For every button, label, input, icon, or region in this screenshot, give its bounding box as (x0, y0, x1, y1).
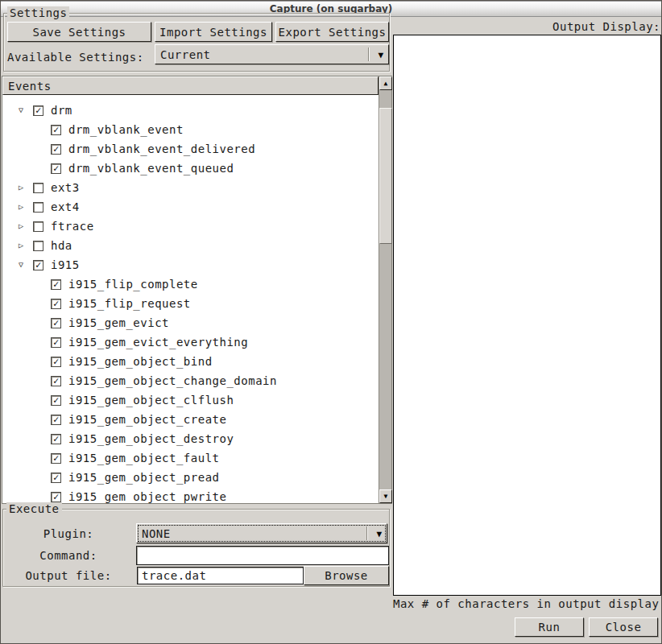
output-file-input[interactable]: trace.dat (137, 567, 304, 584)
event-label: drm (51, 104, 72, 117)
import-settings-button[interactable]: Import Settings (155, 22, 272, 42)
event-tree-row[interactable]: ▷ ext3 (2, 178, 379, 197)
scroll-up-button[interactable]: ▲ (379, 76, 392, 90)
event-checkbox[interactable]: ✓ (51, 434, 61, 444)
event-tree-row[interactable]: ✓ i915_flip_request (2, 294, 379, 313)
event-label: i915_gem_object_fault (68, 452, 220, 464)
event-tree-row[interactable]: ✓ i915_flip_complete (2, 275, 379, 294)
scroll-up-icon: ▲ (384, 80, 388, 87)
event-checkbox[interactable]: ✓ (51, 163, 61, 174)
plugin-dropdown[interactable]: NONE ▼ (136, 523, 387, 543)
event-tree-row[interactable]: ✓ i915_gem_object_pwrite (2, 487, 379, 503)
event-tree-row[interactable]: ✓ i915_gem_object_pread (2, 468, 379, 487)
event-tree-row[interactable]: ✓ i915_gem_object_create (2, 410, 379, 429)
collapse-icon[interactable]: ▽ (15, 106, 27, 114)
event-label: drm_vblank_event_queued (68, 162, 234, 175)
events-panel: Events ▽ ✓ drm ✓ drm_vblank_event ✓ drm_… (2, 76, 392, 504)
available-settings-value: Current (160, 48, 211, 61)
scroll-down-button[interactable]: ▼ (379, 489, 392, 503)
scrollbar-thumb[interactable] (379, 108, 392, 244)
event-checkbox[interactable]: ✓ (51, 357, 61, 367)
event-label: i915_flip_request (68, 297, 191, 310)
run-button[interactable]: Run (515, 617, 584, 637)
run-label: Run (539, 621, 561, 634)
event-label: i915_gem_object_destroy (68, 432, 234, 445)
event-tree-row[interactable]: ✓ i915_gem_evict (2, 313, 379, 332)
event-checkbox[interactable]: ✓ (51, 415, 61, 425)
output-panel: Output Display: Max # of characters in o… (393, 17, 662, 644)
event-checkbox[interactable]: ✓ (51, 144, 61, 155)
event-checkbox[interactable]: ✓ (51, 125, 61, 135)
event-checkbox[interactable]: ✓ (51, 318, 61, 328)
plugin-label: Plugin: (3, 523, 134, 543)
event-checkbox[interactable] (33, 183, 43, 193)
settings-frame-label: Settings (7, 6, 69, 20)
event-label: i915_gem_object_create (68, 413, 226, 426)
event-checkbox[interactable] (33, 202, 43, 213)
close-button[interactable]: Close (589, 617, 658, 637)
expand-icon[interactable]: ▷ (15, 222, 27, 230)
output-file-label: Output file: (3, 566, 134, 584)
available-settings-label: Available Settings: (7, 47, 144, 67)
event-tree-row[interactable]: ▽ ✓ i915 (2, 255, 379, 275)
event-label: drm_vblank_event_delivered (68, 142, 255, 155)
event-checkbox[interactable]: ✓ (51, 279, 61, 290)
expand-icon[interactable]: ▷ (15, 203, 27, 211)
dropdown-separator (366, 526, 367, 540)
event-label: i915_flip_complete (68, 278, 198, 291)
chevron-down-icon: ▼ (376, 529, 382, 538)
execute-frame-label: Execute (6, 502, 62, 516)
export-settings-button[interactable]: Export Settings (275, 22, 389, 42)
output-display-label: Output Display: (552, 20, 660, 33)
event-checkbox[interactable]: ✓ (51, 473, 61, 483)
event-tree-row[interactable]: ✓ drm_vblank_event_queued (2, 159, 379, 178)
event-label: i915_gem_evict (68, 316, 169, 329)
event-label: i915_gem_object_clflush (68, 394, 234, 407)
event-checkbox[interactable]: ✓ (33, 105, 43, 116)
event-label: ext3 (51, 181, 80, 194)
save-settings-label: Save Settings (32, 26, 126, 39)
event-checkbox[interactable]: ✓ (51, 299, 61, 309)
events-scrollbar[interactable]: ▲ ▼ (379, 76, 391, 503)
event-tree-row[interactable]: ✓ i915_gem_object_destroy (2, 429, 379, 448)
events-column-header[interactable]: Events (2, 76, 379, 95)
event-tree-row[interactable]: ▽ ✓ drm (2, 101, 379, 120)
event-label: i915_gem_object_pread (68, 471, 220, 484)
event-label: i915_gem_object_bind (68, 355, 213, 368)
close-label: Close (606, 621, 642, 634)
available-settings-dropdown[interactable]: Current ▼ (155, 44, 389, 64)
event-tree-row[interactable]: ✓ i915_gem_object_clflush (2, 390, 379, 410)
command-label: Command: (3, 546, 134, 565)
collapse-icon[interactable]: ▽ (15, 261, 27, 269)
event-tree-row[interactable]: ▷ ext4 (2, 197, 379, 217)
event-tree-row[interactable]: ✓ drm_vblank_event_delivered (2, 139, 379, 159)
save-settings-button[interactable]: Save Settings (7, 22, 151, 42)
event-checkbox[interactable]: ✓ (33, 260, 43, 270)
plugin-value: NONE (142, 527, 171, 540)
event-tree-row[interactable]: ✓ drm_vblank_event (2, 120, 379, 139)
event-label: i915_gem_evict_everything (68, 336, 248, 349)
event-checkbox[interactable] (33, 221, 43, 232)
events-list: ▽ ✓ drm ✓ drm_vblank_event ✓ drm_vblank_… (2, 95, 379, 503)
output-display-area[interactable] (393, 35, 661, 596)
event-checkbox[interactable]: ✓ (51, 492, 61, 502)
event-checkbox[interactable]: ✓ (51, 337, 61, 348)
command-input[interactable] (136, 546, 389, 565)
event-label: i915_gem_object_pwrite (68, 490, 226, 503)
expand-icon[interactable]: ▷ (15, 242, 27, 250)
event-checkbox[interactable]: ✓ (51, 395, 61, 406)
browse-button[interactable]: Browse (304, 566, 389, 585)
expand-icon[interactable]: ▷ (15, 184, 27, 192)
event-tree-row[interactable]: ✓ i915_gem_object_fault (2, 448, 379, 468)
event-checkbox[interactable]: ✓ (51, 453, 61, 464)
event-label: ftrace (51, 220, 94, 233)
event-label: drm_vblank_event (68, 123, 184, 136)
event-tree-row[interactable]: ▷ ftrace (2, 217, 379, 236)
event-tree-row[interactable]: ✓ i915_gem_evict_everything (2, 332, 379, 352)
import-settings-label: Import Settings (159, 26, 267, 39)
event-tree-row[interactable]: ✓ i915_gem_object_change_domain (2, 371, 379, 390)
event-tree-row[interactable]: ✓ i915_gem_object_bind (2, 352, 379, 371)
event-checkbox[interactable]: ✓ (51, 376, 61, 386)
event-tree-row[interactable]: ▷ hda (2, 236, 379, 255)
event-checkbox[interactable] (33, 241, 43, 251)
